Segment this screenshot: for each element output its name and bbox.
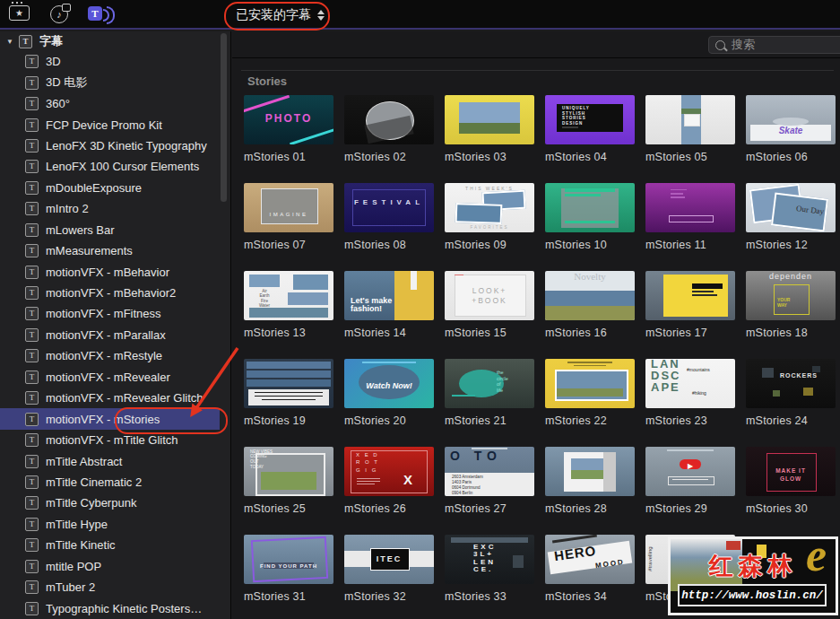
sidebar-item[interactable]: T motionVFX - mBehavior2 [0,283,220,303]
title-thumbnail[interactable]: dependenYOUR WAY [746,271,836,320]
grid-item[interactable]: Novelty mStories 16 [545,271,635,348]
grid-item[interactable]: Watch Now! mStories 20 [344,359,434,436]
grid-item[interactable]: Air Earth Fire Water mStories 13 [244,271,333,348]
grid-item[interactable]: ITEC mStories 32 [344,535,434,612]
sidebar-item[interactable]: T 360° [0,93,220,114]
grid-item[interactable]: mStories 02 [344,95,434,172]
sidebar-item[interactable]: T mTuber 2 [0,577,220,597]
title-thumbnail[interactable]: Skate [746,95,836,144]
title-thumbnail[interactable]: MAKE IT GLOW [746,447,836,496]
grid-item[interactable]: mStories 19 [244,359,333,436]
disclosure-triangle-icon[interactable]: ▼ [6,38,13,46]
sidebar-item[interactable]: T motionVFX - mBehavior [0,261,220,282]
sidebar-item[interactable]: T mDoubleExposure [0,178,220,198]
grid-item[interactable]: mStories 17 [645,271,735,348]
title-thumbnail[interactable]: HEROMOOD [545,535,635,584]
sidebar-item[interactable]: T motionVFX - mRevealer [0,367,220,388]
title-thumbnail[interactable]: ITEC [344,535,434,584]
title-thumbnail[interactable]: LAN DSC APE#mountains#hiking [645,359,735,408]
title-thumbnail[interactable] [244,359,333,408]
title-thumbnail[interactable]: ROCKERS [746,359,836,408]
grid-item[interactable]: mStories 10 [545,183,635,260]
sidebar-item[interactable]: T mMeasurements [0,240,220,261]
grid-item[interactable]: Let's make fashion! mStories 14 [344,271,434,348]
grid-item[interactable]: Our Day mStories 12 [746,183,836,260]
sidebar-item[interactable]: T 3D 电影 [0,72,220,92]
title-thumbnail[interactable]: Novelty [545,271,635,320]
sidebar-item[interactable]: T mTitle Abstract [0,450,220,471]
title-thumbnail[interactable] [545,447,635,496]
effects-browser-icon[interactable]: ★ [9,5,30,21]
sidebar-item[interactable]: T mTitle Hype [0,514,220,535]
sidebar-item[interactable]: T Typographic Kinetic Posters… [0,597,220,618]
sidebar-item[interactable]: T LenoFX 100 Cursor Elements [0,156,220,177]
sidebar-item[interactable]: T motionVFX - mRestyle [0,345,220,366]
sidebar-item[interactable]: T LenoFX 3D Kinetic Typography [0,135,220,156]
title-thumbnail[interactable]: IMAGINE [244,183,333,232]
sidebar-item[interactable]: T motionVFX - mParallax [0,325,220,345]
sidebar-header-subtitles[interactable]: ▼ T 字幕 [0,31,230,51]
grid-item[interactable]: mStories 28 [545,447,635,524]
grid-item[interactable]: mStories 03 [445,95,534,172]
title-thumbnail[interactable]: X E DR O TG I GX [344,447,434,496]
title-thumbnail[interactable]: FESTIVAL [344,183,434,232]
title-thumbnail[interactable]: PHOTO [244,95,333,144]
grid-item[interactable]: HEROMOOD mStories 34 [545,535,635,612]
title-thumbnail[interactable] [344,95,434,144]
grid-item[interactable]: ▶ mStories 29 [645,447,735,524]
grid-item[interactable]: FESTIVAL mStories 08 [344,183,434,260]
title-thumbnail[interactable] [545,183,635,232]
sidebar-item[interactable]: T mTitle Cinematic 2 [0,472,220,493]
title-thumbnail[interactable] [445,95,534,144]
grid-item[interactable]: ROCKERS mStories 24 [746,359,836,436]
grid-item[interactable]: mStories 22 [545,359,635,436]
title-thumbnail[interactable]: LOOK+ +BOOK [445,271,534,320]
grid-item[interactable]: O TO2603 Amsterdam 1403 Paris 0604 Dortm… [445,447,534,524]
sidebar-item[interactable]: T motionVFX - mFitness [0,303,220,324]
title-thumbnail[interactable] [545,359,635,408]
sidebar-item[interactable]: T mLowers Bar [0,220,220,240]
title-thumbnail[interactable]: UNIQUELY STYLISH STORIES DESIGN [545,95,635,144]
title-thumbnail[interactable] [645,183,735,232]
grid-item[interactable]: mStories 05 [645,95,735,172]
title-thumbnail[interactable]: the circle of life [445,359,534,408]
grid-item[interactable]: IMAGINE mStories 07 [244,183,333,260]
title-thumbnail[interactable]: FIND YOUR PATH [244,535,333,584]
sidebar-scrollbar-thumb[interactable] [221,33,227,202]
grid-item[interactable]: mStories 11 [645,183,735,260]
grid-item[interactable]: NEW VIBES COMING OUT TODAY mStories 25 [244,447,333,524]
grid-item[interactable]: dependenYOUR WAY mStories 18 [746,271,836,348]
title-thumbnail[interactable]: O TO2603 Amsterdam 1403 Paris 0604 Dortm… [445,447,534,496]
grid-item[interactable]: EXC 3L+ LEN CE. mStories 33 [445,535,534,612]
sidebar-item[interactable]: T mIntro 2 [0,198,220,219]
grid-item[interactable]: LOOK+ +BOOK mStories 15 [445,271,534,348]
grid-item[interactable]: the circle of life mStories 21 [445,359,534,436]
title-thumbnail[interactable]: Watch Now! [344,359,434,408]
sidebar-item[interactable]: T 3D [0,51,220,72]
grid-item[interactable]: FIND YOUR PATH mStories 31 [244,535,333,612]
sidebar-item[interactable]: T motionVFX - mTitle Glitch [0,430,220,450]
sidebar-item[interactable]: T motionVFX - mRevealer Glitch [0,388,220,408]
title-thumbnail[interactable]: EXC 3L+ LEN CE. [445,535,534,584]
grid-item[interactable]: PHOTO mStories 01 [244,95,333,172]
grid-item[interactable]: LAN DSC APE#mountains#hiking mStories 23 [645,359,735,436]
title-thumbnail[interactable]: Our Day [746,183,836,232]
title-thumbnail[interactable]: NEW VIBES COMING OUT TODAY [244,447,333,496]
sidebar-item[interactable]: T mTitle Kinetic [0,535,220,555]
title-thumbnail[interactable]: THIS WEEK'SFAVORITES [445,183,534,232]
titles-browser-icon[interactable]: T [88,5,115,23]
photos-audio-browser-icon[interactable]: ♪ [50,5,68,23]
sidebar-item[interactable]: T mtitle POP [0,556,220,577]
grid-item[interactable]: Skate mStories 06 [746,95,836,172]
grid-item[interactable]: THIS WEEK'SFAVORITES mStories 09 [445,183,534,260]
installed-titles-dropdown[interactable]: 已安装的字幕 [236,0,325,30]
title-thumbnail[interactable] [645,95,735,144]
title-thumbnail[interactable]: ▶ [645,447,735,496]
sidebar-item[interactable]: T FCP Device Promo Kit [0,114,220,135]
sidebar-item[interactable]: T mTitle Cyberpunk [0,493,220,513]
sidebar-item[interactable]: T motionVFX - mStories [0,408,220,429]
grid-item[interactable]: X E DR O TG I GX mStories 26 [344,447,434,524]
title-thumbnail[interactable]: Let's make fashion! [344,271,434,320]
grid-item[interactable]: MAKE IT GLOW mStories 30 [746,447,836,524]
grid-item[interactable]: UNIQUELY STYLISH STORIES DESIGN mStories… [545,95,635,172]
